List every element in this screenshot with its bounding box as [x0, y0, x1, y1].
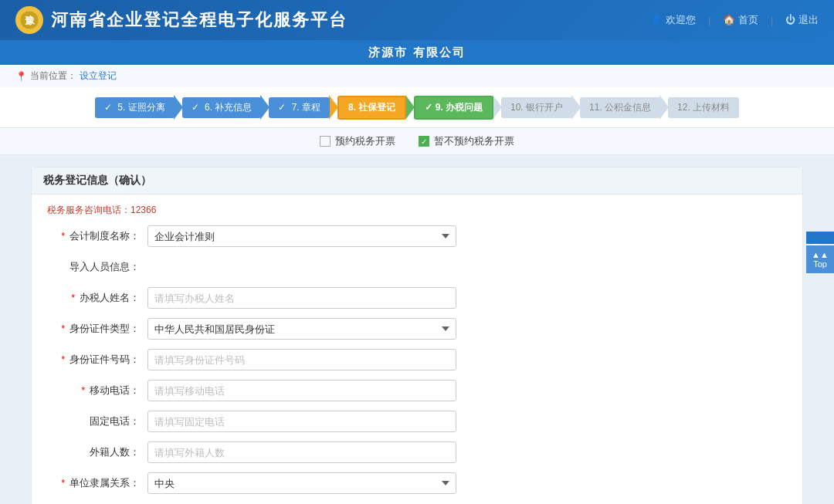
tax-officer-row: 办税人姓名：	[47, 286, 787, 310]
tax-section-body: 税务服务咨询电话：12366 会计制度名称： 企业会计准则 导入人员信息：	[32, 194, 802, 504]
tax-hotline: 税务服务咨询电话：12366	[47, 204, 787, 217]
id-number-input[interactable]	[147, 349, 456, 370]
step-11[interactable]: 11. 公积金信息	[580, 95, 668, 120]
step-7-box[interactable]: ✓ 7. 章程	[269, 97, 330, 118]
mobile-row: 移动电话：	[47, 379, 787, 402]
template-download-button[interactable]: 模板下载	[806, 232, 834, 244]
step-5-box[interactable]: ✓ 5. 证照分离	[95, 97, 175, 118]
home-link[interactable]: 🏠 首页	[723, 13, 758, 27]
foreign-count-input[interactable]	[147, 441, 456, 463]
id-type-select[interactable]: 中华人民共和国居民身份证	[147, 318, 456, 340]
step-10-box[interactable]: 10. 银行开户	[501, 97, 572, 118]
step-12[interactable]: 12. 上传材料	[668, 97, 739, 118]
step-7[interactable]: ✓ 7. 章程	[269, 95, 337, 120]
breadcrumb: 📍 当前位置： 设立登记	[0, 65, 834, 87]
step-12-box[interactable]: 12. 上传材料	[668, 97, 739, 118]
accounting-system-label: 会计制度名称：	[47, 229, 147, 243]
step-9[interactable]: ✓ 9. 办税问题	[414, 95, 501, 120]
location-icon: 📍	[15, 71, 27, 82]
landline-row: 固定电话：	[47, 410, 787, 433]
header-right: 👤 欢迎您 | 🏠 首页 | ⏻ 退出	[650, 13, 819, 27]
accounting-system-row: 会计制度名称： 企业会计准则	[47, 225, 787, 248]
company-name-bar: 济源市 有限公司	[0, 40, 834, 65]
header-logo: 豫	[15, 6, 43, 34]
id-number-label: 身份证件号码：	[47, 353, 147, 367]
id-type-label: 身份证件类型：	[47, 322, 147, 336]
step-5[interactable]: ✓ 5. 证照分离	[95, 95, 182, 120]
accounting-system-select[interactable]: 企业会计准则	[147, 225, 456, 247]
option-2-checkbox[interactable]: ✓	[419, 136, 429, 147]
chevron-up-icon: ▲▲	[812, 250, 829, 259]
svg-text:豫: 豫	[25, 15, 36, 26]
power-icon: ⏻	[785, 14, 795, 25]
foreign-count-row: 外籍人数：	[47, 441, 787, 464]
id-number-row: 身份证件号码：	[47, 348, 787, 371]
step-11-box[interactable]: 11. 公积金信息	[580, 97, 660, 118]
tax-section: 税务登记信息（确认） 税务服务咨询电话：12366 会计制度名称： 企业会计准则…	[31, 167, 803, 504]
header-title: 河南省企业登记全程电子化服务平台	[51, 8, 650, 32]
main-content: 税务登记信息（确认） 税务服务咨询电话：12366 会计制度名称： 企业会计准则…	[0, 155, 834, 504]
step-8-box[interactable]: 8. 社保登记	[337, 96, 406, 120]
step-9-box[interactable]: ✓ 9. 办税问题	[414, 96, 493, 120]
mobile-label: 移动电话：	[47, 384, 147, 397]
import-person-row: 导入人员信息：	[47, 255, 787, 279]
step-6-check-icon: ✓	[192, 102, 199, 113]
right-panel: 模板下载 ▲▲ Top	[806, 232, 834, 273]
landline-label: 固定电话：	[47, 414, 147, 428]
unit-affiliation-select[interactable]: 中央	[147, 472, 456, 494]
step-5-check-icon: ✓	[104, 102, 112, 113]
step-10[interactable]: 10. 银行开户	[501, 95, 580, 120]
tax-officer-input[interactable]	[147, 287, 456, 309]
home-icon: 🏠	[723, 14, 735, 25]
options-row: 预约税务开票 ✓ 暂不预约税务开票	[0, 128, 834, 155]
tax-officer-label: 办税人姓名：	[47, 291, 147, 305]
welcome-text: 👤 欢迎您	[650, 13, 696, 27]
scroll-top-button[interactable]: ▲▲ Top	[806, 245, 834, 273]
tax-section-title: 税务登记信息（确认）	[32, 167, 802, 194]
option-1[interactable]: 预约税务开票	[320, 134, 395, 148]
logout-link[interactable]: ⏻ 退出	[785, 13, 819, 27]
step-9-check-icon: ✓	[425, 102, 432, 113]
step-8[interactable]: 8. 社保登记	[337, 95, 414, 120]
foreign-count-label: 外籍人数：	[47, 445, 147, 459]
landline-input[interactable]	[147, 411, 456, 432]
step-7-check-icon: ✓	[278, 102, 286, 113]
header: 豫 河南省企业登记全程电子化服务平台 👤 欢迎您 | 🏠 首页 | ⏻ 退出	[0, 0, 834, 40]
id-type-row: 身份证件类型： 中华人民共和国居民身份证	[47, 317, 787, 340]
step-6[interactable]: ✓ 6. 补充信息	[182, 95, 270, 120]
unit-affiliation-row: 单位隶属关系： 中央	[47, 472, 787, 495]
step-6-box[interactable]: ✓ 6. 补充信息	[182, 97, 262, 118]
import-person-label: 导入人员信息：	[47, 260, 147, 274]
unit-affiliation-label: 单位隶属关系：	[47, 476, 147, 490]
option-2[interactable]: ✓ 暂不预约税务开票	[419, 134, 514, 148]
mobile-input[interactable]	[147, 380, 456, 401]
steps-bar: ✓ 5. 证照分离 ✓ 6. 补充信息 ✓ 7. 章程 8. 社保登记 ✓ 9.…	[0, 87, 834, 128]
option-1-checkbox[interactable]	[320, 136, 331, 147]
user-icon: 👤	[650, 14, 663, 25]
